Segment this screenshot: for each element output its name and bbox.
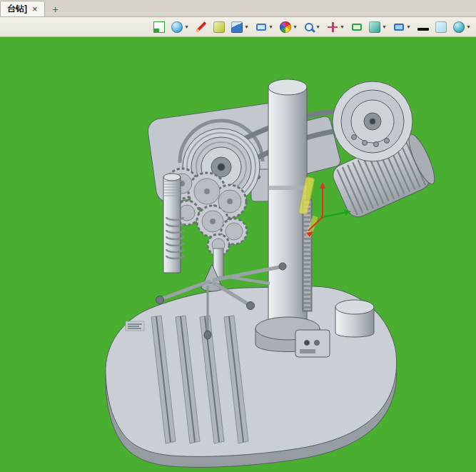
surface-icon xyxy=(213,21,225,33)
triad-y-axis xyxy=(323,209,351,217)
base-plate[interactable] xyxy=(106,286,397,467)
sketch-pencil-icon xyxy=(196,21,207,33)
viewport-3d[interactable] xyxy=(0,37,476,472)
sketch-pencil-button[interactable] xyxy=(193,19,210,35)
zoom-button[interactable]: ▾ xyxy=(301,19,323,35)
display-mode-button[interactable]: ▾ xyxy=(253,19,276,35)
view-grid-dropdown-caret[interactable]: ▾ xyxy=(382,24,387,30)
viewport-button[interactable] xyxy=(348,19,365,35)
render-light-icon xyxy=(171,21,183,33)
color-wheel-dropdown-caret[interactable]: ▾ xyxy=(293,24,298,30)
feed-shaft[interactable] xyxy=(163,174,183,273)
solid-cube-dropdown-caret[interactable]: ▾ xyxy=(244,24,249,30)
color-wheel-button[interactable]: ▾ xyxy=(277,19,300,35)
new-tab-button[interactable]: + xyxy=(48,4,64,16)
line-width-icon xyxy=(417,28,429,31)
quill-rack[interactable] xyxy=(303,200,312,311)
locate-target-dropdown-caret[interactable]: ▾ xyxy=(340,24,345,30)
background-color-button[interactable] xyxy=(432,19,450,35)
export-button[interactable] xyxy=(151,19,168,35)
view-toolbar: ▾▾▾▾▾▾▾▾▾ xyxy=(0,17,476,37)
locate-target-button[interactable]: ▾ xyxy=(324,19,348,35)
display-mode-dropdown-caret[interactable]: ▾ xyxy=(268,24,273,30)
export-icon xyxy=(153,21,165,33)
zoom-dropdown-caret[interactable]: ▾ xyxy=(315,24,320,30)
locate-target-icon xyxy=(327,21,338,33)
view-grid-button[interactable]: ▾ xyxy=(366,19,390,35)
tab-close-icon[interactable]: × xyxy=(32,4,38,14)
base-engraving xyxy=(126,321,144,331)
view-grid-icon xyxy=(369,21,380,33)
screen-capture-icon xyxy=(394,24,404,31)
line-width-button[interactable] xyxy=(415,19,432,35)
render-light-button[interactable]: ▾ xyxy=(168,19,192,35)
shading-icon xyxy=(453,21,465,33)
zoom-icon xyxy=(305,23,313,31)
surface-button[interactable] xyxy=(211,19,228,35)
render-light-dropdown-caret[interactable]: ▾ xyxy=(184,24,189,30)
solid-cube-icon xyxy=(231,21,243,33)
screen-capture-button[interactable]: ▾ xyxy=(390,19,414,35)
viewport-icon xyxy=(352,24,362,31)
tab-label: 台钻] xyxy=(7,3,27,15)
base-boss-cylinder[interactable] xyxy=(335,300,374,337)
solid-cube-button[interactable]: ▾ xyxy=(228,19,252,35)
tab-bar: 台钻] × + xyxy=(0,0,476,17)
motor-pulley[interactable] xyxy=(333,81,412,161)
bench-drill-model[interactable] xyxy=(0,37,476,472)
screen-capture-dropdown-caret[interactable]: ▾ xyxy=(406,24,411,30)
shading-dropdown-caret[interactable]: ▾ xyxy=(466,24,471,30)
shading-button[interactable]: ▾ xyxy=(450,19,474,35)
tab-document[interactable]: 台钻] × xyxy=(0,1,45,16)
color-wheel-icon xyxy=(280,21,291,33)
background-color-icon xyxy=(435,21,447,33)
display-mode-icon xyxy=(256,24,266,31)
